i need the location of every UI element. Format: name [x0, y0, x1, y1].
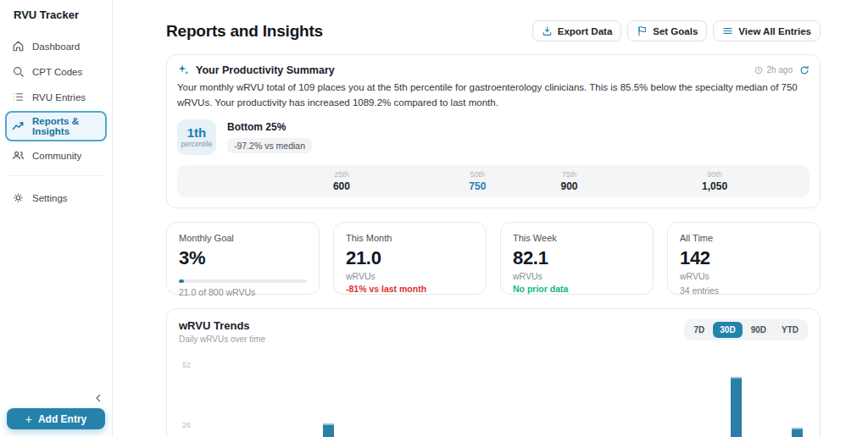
scale-pct-label: 90th — [702, 170, 727, 179]
refresh-icon — [799, 65, 810, 75]
stat-value: 21.0 — [346, 247, 474, 269]
users-icon — [12, 149, 25, 162]
sidebar-item-rvu-entries[interactable]: RVU Entries — [5, 86, 107, 108]
stat-value: 3% — [179, 247, 307, 269]
percentile-caption: percentile — [181, 140, 213, 148]
add-entry-label: Add Entry — [38, 413, 86, 425]
list-icon — [12, 91, 25, 103]
flag-icon — [637, 25, 648, 36]
stat-unit: wRVUs — [513, 271, 641, 281]
last-updated: 2h ago — [754, 65, 793, 75]
export-data-button[interactable]: Export Data — [532, 20, 622, 41]
sidebar-item-label: RVU Entries — [32, 92, 86, 102]
scale-25th: 25th 600 — [333, 170, 350, 192]
trends-plot: 2652 — [196, 355, 808, 437]
main-content: Reports and Insights Export Data Set Goa… — [113, 0, 868, 437]
sidebar-item-cpt-codes[interactable]: CPT Codes — [5, 60, 107, 83]
vs-median-pill: -97.2% vs median — [227, 138, 312, 153]
stat-label: Monthly Goal — [179, 233, 307, 243]
range-30d-button[interactable]: 30D — [713, 322, 742, 338]
trend-bar — [792, 428, 803, 437]
stat-sub: 21.0 of 800 wRVUs — [179, 287, 307, 297]
menu-lines-icon — [722, 25, 733, 36]
download-icon — [542, 25, 553, 36]
search-icon — [12, 65, 25, 78]
sidebar-item-label: Dashboard — [32, 41, 80, 52]
home-icon — [12, 40, 25, 53]
stat-value: 82.1 — [513, 247, 641, 269]
export-data-label: Export Data — [558, 26, 613, 36]
view-all-entries-label: View All Entries — [738, 26, 811, 36]
page-title: Reports and Insights — [166, 22, 323, 41]
goal-progress-fill — [179, 279, 184, 283]
view-all-entries-button[interactable]: View All Entries — [713, 20, 821, 41]
stat-sub: 34 entries — [680, 285, 808, 296]
stat-unit: wRVUs — [680, 271, 808, 281]
scale-value: 750 — [469, 180, 486, 192]
refresh-button[interactable] — [799, 65, 810, 75]
trend-bar — [731, 377, 742, 437]
sidebar-item-dashboard[interactable]: Dashboard — [5, 35, 107, 58]
goal-progress-track — [179, 279, 307, 283]
range-ytd-button[interactable]: YTD — [775, 322, 805, 338]
scale-pct-label: 50th — [469, 170, 486, 179]
stat-card-monthly-goal: Monthly Goal 3% 21.0 of 800 wRVUs — [166, 222, 320, 295]
sparkles-icon — [177, 64, 190, 76]
sidebar-item-label: Settings — [32, 193, 68, 203]
clock-icon — [754, 66, 763, 75]
stat-delta: -81% vs last month — [346, 284, 474, 294]
percentile-badge: 1th percentile — [177, 119, 216, 155]
sidebar-collapse-button[interactable] — [92, 391, 105, 405]
productivity-summary-card: Your Productivity Summary 2h ago Your mo… — [166, 54, 821, 208]
summary-text: Your monthly wRVU total of 109 places yo… — [177, 80, 810, 111]
set-goals-button[interactable]: Set Goals — [627, 20, 707, 41]
sidebar-item-community[interactable]: Community — [5, 144, 107, 167]
scale-pct-label: 75th — [561, 170, 578, 179]
stat-value: 142 — [680, 247, 808, 269]
sidebar-item-settings[interactable]: Settings — [5, 186, 107, 209]
y-axis-tick: 26 — [170, 421, 191, 429]
scale-pct-label: 25th — [333, 170, 350, 179]
trend-icon — [12, 120, 25, 133]
stat-delta: No prior data — [513, 284, 641, 294]
trend-bar — [323, 423, 334, 437]
sidebar: RVU Tracker Dashboard CPT Codes RVU Entr… — [0, 0, 113, 437]
plus-icon: + — [25, 412, 32, 426]
stat-label: This Week — [513, 233, 641, 243]
sidebar-item-label: Reports & Insights — [32, 116, 100, 136]
trends-title: wRVU Trends — [179, 319, 265, 332]
stat-unit: wRVUs — [346, 271, 474, 281]
range-90d-button[interactable]: 90D — [744, 322, 773, 338]
stat-card-this-week: This Week 82.1 wRVUs No prior data — [500, 222, 654, 295]
scale-value: 1,050 — [702, 180, 727, 192]
sidebar-divider — [8, 175, 103, 176]
gear-icon — [12, 191, 25, 204]
app-title: RVU Tracker — [0, 0, 112, 35]
scale-value: 900 — [561, 180, 578, 192]
summary-title: Your Productivity Summary — [196, 64, 335, 76]
scale-value: 600 — [333, 180, 350, 192]
scale-75th: 75th 900 — [561, 170, 578, 192]
range-toggle-group: 7D 30D 90D YTD — [684, 319, 808, 340]
last-updated-text: 2h ago — [766, 65, 793, 75]
trends-subtitle: Daily wRVUs over time — [179, 335, 265, 344]
sidebar-item-label: CPT Codes — [32, 67, 82, 77]
tier-label: Bottom 25% — [227, 121, 312, 133]
sidebar-item-reports-insights[interactable]: Reports & Insights — [5, 111, 107, 141]
percentile-value: 1th — [187, 125, 207, 140]
set-goals-label: Set Goals — [653, 26, 698, 36]
range-7d-button[interactable]: 7D — [687, 322, 711, 338]
stat-label: All Time — [680, 233, 808, 243]
stat-card-all-time: All Time 142 wRVUs 34 entries — [667, 222, 821, 295]
page-header: Reports and Insights Export Data Set Goa… — [166, 20, 821, 41]
scale-50th: 50th 750 — [469, 170, 486, 192]
chevron-left-icon — [94, 394, 103, 402]
stat-card-this-month: This Month 21.0 wRVUs -81% vs last month — [333, 222, 487, 295]
scale-90th: 90th 1,050 — [702, 170, 727, 192]
y-axis-tick: 52 — [170, 361, 191, 369]
sidebar-item-label: Community — [32, 151, 81, 161]
wrvu-trends-card: wRVU Trends Daily wRVUs over time 7D 30D… — [166, 308, 821, 437]
add-entry-button[interactable]: + Add Entry — [7, 408, 105, 429]
percentile-scale: 25th 600 50th 750 75th 900 90th 1,050 — [177, 165, 810, 197]
stat-label: This Month — [346, 233, 474, 243]
